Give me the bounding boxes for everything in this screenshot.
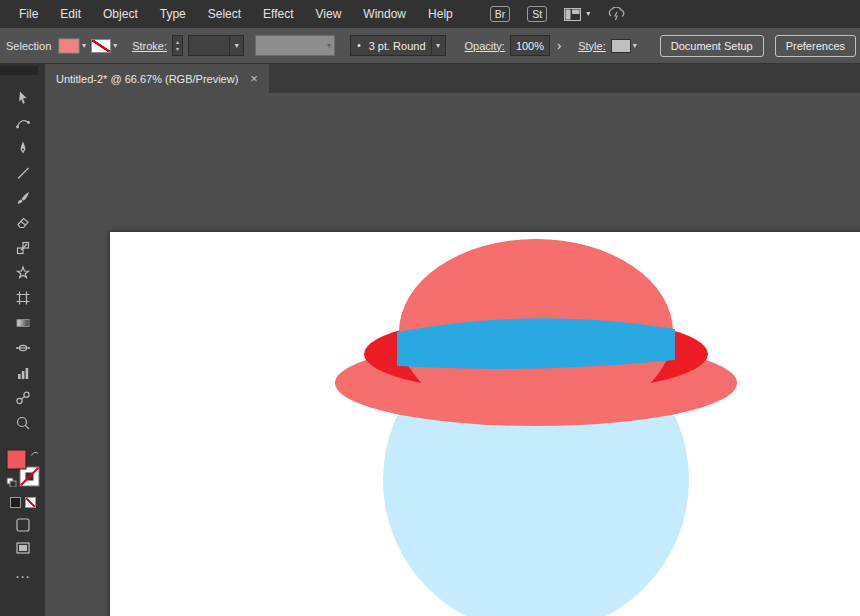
- edit-toolbar-icon[interactable]: …: [15, 564, 31, 582]
- opacity-panel-arrow[interactable]: ›: [555, 38, 563, 53]
- illustrator-window: File Edit Object Type Select Effect View…: [0, 0, 860, 616]
- width-tool[interactable]: [0, 335, 45, 360]
- document-tabstrip: Untitled-2* @ 66.67% (RGB/Preview) ×: [45, 64, 860, 93]
- selection-tool[interactable]: [0, 85, 45, 110]
- context-label: Selection: [4, 40, 53, 52]
- artboard-tool[interactable]: [0, 285, 45, 310]
- stroke-weight-select[interactable]: ▾: [188, 35, 244, 56]
- color-button[interactable]: [10, 497, 21, 508]
- menu-object[interactable]: Object: [92, 0, 149, 28]
- swap-fill-stroke-icon[interactable]: [31, 452, 38, 455]
- screen-mode-icon[interactable]: [16, 542, 30, 554]
- tools-panel: …: [0, 64, 45, 616]
- opacity-input[interactable]: 100%: [510, 35, 550, 56]
- opacity-value: 100%: [511, 40, 549, 52]
- style-label[interactable]: Style:: [578, 40, 606, 52]
- style-swatch: [611, 39, 631, 53]
- menu-window[interactable]: Window: [352, 0, 417, 28]
- stepper-up-icon[interactable]: ▴: [176, 39, 179, 46]
- brush-definition-select[interactable]: • 3 pt. Round ▾: [350, 35, 445, 56]
- canvas-pasteboard[interactable]: [45, 93, 860, 616]
- tools-panel-header[interactable]: [0, 66, 38, 75]
- scale-tool[interactable]: [0, 235, 45, 260]
- menu-help[interactable]: Help: [417, 0, 464, 28]
- artboard[interactable]: [110, 232, 860, 616]
- shape-builder-tool[interactable]: [0, 260, 45, 285]
- paintbrush-tool[interactable]: [0, 185, 45, 210]
- stock-button[interactable]: St: [527, 6, 547, 22]
- chevron-down-icon[interactable]: ▾: [113, 42, 117, 50]
- zoom-tool[interactable]: [0, 410, 45, 435]
- stroke-label[interactable]: Stroke:: [132, 40, 167, 52]
- sync-status-icon[interactable]: [607, 7, 627, 21]
- hat-artwork: [110, 232, 860, 616]
- swatch-buttons: [10, 497, 36, 508]
- brush-definition-value: 3 pt. Round: [364, 40, 431, 52]
- chevron-down-icon[interactable]: ▾: [633, 42, 637, 50]
- workspace-icon: [564, 8, 581, 21]
- menu-select[interactable]: Select: [197, 0, 252, 28]
- brush-preview-icon: •: [351, 40, 364, 51]
- document-tab-title: Untitled-2* @ 66.67% (RGB/Preview): [56, 73, 238, 85]
- gradient-tool[interactable]: [0, 310, 45, 335]
- variable-width-profile-select[interactable]: ▾: [255, 35, 335, 56]
- stroke-none-swatch: [91, 39, 111, 53]
- stepper-down-icon[interactable]: ▾: [176, 46, 179, 53]
- document-area: Untitled-2* @ 66.67% (RGB/Preview) ×: [45, 64, 860, 616]
- fill-indicator[interactable]: [7, 450, 26, 469]
- menu-file[interactable]: File: [8, 0, 49, 28]
- main-area: … Untitled-2* @ 66.67% (RGB/Preview) ×: [0, 64, 860, 616]
- draw-mode-icon[interactable]: [16, 518, 30, 532]
- fill-stroke-indicator[interactable]: [6, 449, 40, 487]
- chevron-down-icon: ▾: [586, 10, 590, 18]
- menu-type[interactable]: Type: [149, 0, 197, 28]
- menu-effect[interactable]: Effect: [252, 0, 304, 28]
- blend-tool[interactable]: [0, 385, 45, 410]
- none-button[interactable]: [25, 497, 36, 508]
- chevron-down-icon[interactable]: ▾: [82, 42, 86, 50]
- style-select[interactable]: ▾: [611, 39, 637, 53]
- menu-edit[interactable]: Edit: [49, 0, 92, 28]
- eraser-tool[interactable]: [0, 210, 45, 235]
- default-fill-stroke-icon[interactable]: [10, 481, 16, 487]
- chevron-down-icon[interactable]: ▾: [235, 42, 239, 50]
- hat-band-shape[interactable]: [397, 318, 675, 369]
- chevron-down-icon: ▾: [327, 42, 331, 50]
- bridge-button[interactable]: Br: [490, 6, 511, 22]
- opacity-label[interactable]: Opacity:: [465, 40, 505, 52]
- control-bar: Selection ▾ ▾ Stroke: ▴ ▾ ▾ ▾ • 3 pt. Ro…: [0, 28, 860, 64]
- close-icon[interactable]: ×: [250, 72, 258, 85]
- menu-view[interactable]: View: [305, 0, 353, 28]
- chevron-down-icon[interactable]: ▾: [436, 42, 440, 50]
- fill-swatch: [58, 38, 80, 54]
- document-setup-button[interactable]: Document Setup: [660, 35, 764, 57]
- preferences-button[interactable]: Preferences: [775, 35, 856, 57]
- curvature-tool[interactable]: [0, 110, 45, 135]
- workspace-switcher[interactable]: ▾: [564, 8, 590, 21]
- stroke-weight-stepper[interactable]: ▴ ▾: [172, 35, 183, 56]
- stroke-color-well[interactable]: ▾: [91, 39, 117, 53]
- document-tab[interactable]: Untitled-2* @ 66.67% (RGB/Preview) ×: [45, 64, 269, 93]
- line-segment-tool[interactable]: [0, 160, 45, 185]
- menubar: File Edit Object Type Select Effect View…: [0, 0, 860, 28]
- menubar-right-icons: Br St ▾: [490, 6, 627, 22]
- fill-color-well[interactable]: ▾: [58, 38, 86, 54]
- column-graph-tool[interactable]: [0, 360, 45, 385]
- pen-tool[interactable]: [0, 135, 45, 160]
